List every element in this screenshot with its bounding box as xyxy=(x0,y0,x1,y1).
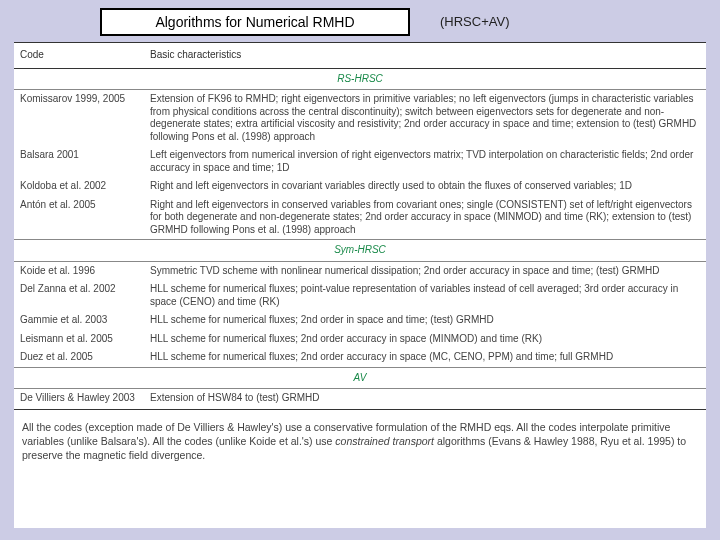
table-row: Leismann et al. 2005 HLL scheme for nume… xyxy=(14,330,706,349)
annotation-label: (HRSC+AV) xyxy=(440,14,509,29)
code-desc: HLL scheme for numerical fluxes; 2nd ord… xyxy=(144,330,706,349)
table-row: Komissarov 1999, 2005 Extension of FK96 … xyxy=(14,90,706,147)
section-label: AV xyxy=(14,367,706,389)
section-av: AV xyxy=(14,367,706,389)
code-desc: Left eigenvectors from numerical inversi… xyxy=(144,146,706,177)
code-name: Gammie et al. 2003 xyxy=(14,311,144,330)
table-row: Antón et al. 2005 Right and left eigenve… xyxy=(14,196,706,240)
table-row: Del Zanna et al. 2002 HLL scheme for num… xyxy=(14,280,706,311)
code-name: Del Zanna et al. 2002 xyxy=(14,280,144,311)
code-name: Duez et al. 2005 xyxy=(14,348,144,367)
code-name: Balsara 2001 xyxy=(14,146,144,177)
table-row: De Villiers & Hawley 2003 Extension of H… xyxy=(14,389,706,408)
section-label: Sym-HRSC xyxy=(14,240,706,262)
code-desc: HLL scheme for numerical fluxes; point-v… xyxy=(144,280,706,311)
code-desc: HLL scheme for numerical fluxes; 2nd ord… xyxy=(144,311,706,330)
code-name: Koide et al. 1996 xyxy=(14,261,144,280)
section-rs-hrsc: RS-HRSC xyxy=(14,68,706,90)
table-row: Duez et al. 2005 HLL scheme for numerica… xyxy=(14,348,706,367)
code-desc: Right and left eigenvectors in conserved… xyxy=(144,196,706,240)
footer-note: All the codes (exception made of De Vill… xyxy=(14,410,706,467)
document-panel: Code Basic characteristics RS-HRSC Komis… xyxy=(14,42,706,528)
code-desc: Extension of FK96 to RMHD; right eigenve… xyxy=(144,90,706,147)
code-name: Leismann et al. 2005 xyxy=(14,330,144,349)
table-row: Gammie et al. 2003 HLL scheme for numeri… xyxy=(14,311,706,330)
section-sym-hrsc: Sym-HRSC xyxy=(14,240,706,262)
code-desc: HLL scheme for numerical fluxes; 2nd ord… xyxy=(144,348,706,367)
page-title: Algorithms for Numerical RMHD xyxy=(100,8,410,36)
table-row: Balsara 2001 Left eigenvectors from nume… xyxy=(14,146,706,177)
table-row: Koide et al. 1996 Symmetric TVD scheme w… xyxy=(14,261,706,280)
title-text: Algorithms for Numerical RMHD xyxy=(155,14,354,30)
header-characteristics: Basic characteristics xyxy=(144,43,706,69)
footer-text-italic: constrained transport xyxy=(335,435,434,447)
algorithms-table: Code Basic characteristics RS-HRSC Komis… xyxy=(14,42,706,410)
section-label: RS-HRSC xyxy=(14,68,706,90)
code-name: Antón et al. 2005 xyxy=(14,196,144,240)
table-header-row: Code Basic characteristics xyxy=(14,43,706,69)
code-name: Koldoba et al. 2002 xyxy=(14,177,144,196)
header-code: Code xyxy=(14,43,144,69)
table-row: Koldoba et al. 2002 Right and left eigen… xyxy=(14,177,706,196)
code-name: Komissarov 1999, 2005 xyxy=(14,90,144,147)
code-name: De Villiers & Hawley 2003 xyxy=(14,389,144,408)
code-desc: Extension of HSW84 to (test) GRMHD xyxy=(144,389,706,408)
code-desc: Symmetric TVD scheme with nonlinear nume… xyxy=(144,261,706,280)
code-desc: Right and left eigenvectors in covariant… xyxy=(144,177,706,196)
